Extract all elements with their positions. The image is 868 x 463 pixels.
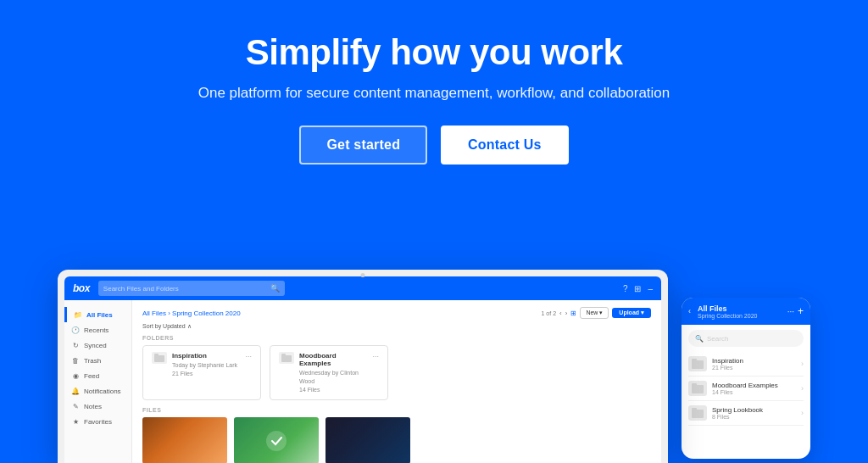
- notifications-icon: 🔔: [71, 387, 80, 395]
- svg-rect-0: [154, 355, 164, 362]
- phone-folder-meta-3: 8 Files: [712, 414, 763, 420]
- sidebar-item-feed[interactable]: ◉ Feed: [64, 368, 131, 383]
- svg-rect-9: [692, 410, 704, 418]
- phone-folder-name-3: Spring Lookbook: [712, 406, 763, 414]
- file-thumbnail-1[interactable]: [142, 417, 227, 463]
- phone-folder-icon-1: [688, 356, 707, 371]
- phone-topbar: ‹ All Files Spring Collection 2020 ··· +: [682, 298, 810, 325]
- svg-rect-6: [692, 359, 697, 361]
- phone-folder-more-2[interactable]: ›: [801, 384, 804, 393]
- phone-folder-item-3[interactable]: Spring Lookbook 8 Files ›: [688, 401, 804, 426]
- box-main: 📁 All Files 🕐 Recents ↻ Synced 🗑: [64, 300, 661, 463]
- upload-button[interactable]: Upload ▾: [612, 308, 651, 318]
- sidebar-item-synced[interactable]: ↻ Synced: [64, 337, 131, 353]
- folders-row: Inspiration Today by Stephanie Lark 21 F…: [142, 345, 651, 400]
- trash-icon: 🗑: [71, 356, 80, 365]
- svg-rect-7: [692, 385, 704, 393]
- breadcrumb-bar: All Files › Spring Collection 2020 1 of …: [142, 307, 651, 319]
- sidebar-item-notifications[interactable]: 🔔 Notifications: [64, 383, 131, 399]
- svg-rect-2: [281, 355, 292, 362]
- svg-point-4: [266, 431, 287, 451]
- svg-rect-10: [692, 408, 697, 410]
- svg-rect-5: [692, 360, 704, 369]
- hero-subtitle: One platform for secure content manageme…: [198, 85, 670, 102]
- breadcrumb-text: All Files › Spring Collection 2020: [142, 310, 241, 317]
- sort-bar: Sort by Updated ∧: [142, 323, 651, 330]
- box-content: All Files › Spring Collection 2020 1 of …: [132, 300, 661, 463]
- folder-info-moodboard: Moodboard Examples Wednesday by Clinton …: [299, 352, 367, 393]
- folder-meta-line1: Wednesday by Clinton Wood: [299, 369, 367, 386]
- folders-section-label: FOLDERS: [142, 335, 651, 341]
- phone-folder-item-1[interactable]: Inspiration 21 Files ›: [688, 352, 804, 377]
- sidebar-item-favorites[interactable]: ★ Favorites: [64, 414, 131, 429]
- hero-title: Simplify how you work: [246, 32, 623, 73]
- preview-container: box Search Files and Folders 🔍 ? ⊞ –: [0, 270, 868, 463]
- folder-meta-line2: 14 Files: [299, 386, 367, 394]
- sidebar-item-all-files[interactable]: 📁 All Files: [64, 307, 131, 322]
- phone-plus-icon[interactable]: +: [798, 305, 804, 317]
- folder-name: Moodboard Examples: [299, 352, 367, 367]
- folder-meta-line1: Today by Stephanie Lark: [172, 361, 240, 370]
- phone-search-placeholder: Search: [707, 335, 728, 343]
- phone-folder-details-3: Spring Lookbook 8 Files: [712, 406, 763, 420]
- phone-collection-label: Spring Collection 2020: [698, 313, 781, 319]
- file-thumbnail-2[interactable]: [234, 417, 319, 463]
- laptop-screen: box Search Files and Folders 🔍 ? ⊞ –: [64, 276, 661, 463]
- box-search-placeholder: Search Files and Folders: [103, 285, 270, 293]
- sidebar-item-notes[interactable]: ✎ Notes: [64, 399, 131, 414]
- phone-content: Inspiration 21 Files › Moodboard Example…: [682, 352, 810, 426]
- sidebar-item-recents[interactable]: 🕐 Recents: [64, 322, 131, 337]
- help-icon[interactable]: ?: [623, 284, 628, 293]
- box-search-bar[interactable]: Search Files and Folders 🔍: [98, 281, 285, 296]
- notes-icon: ✎: [71, 402, 80, 410]
- box-topbar-right: ? ⊞ –: [623, 284, 653, 293]
- phone-folder-more-3[interactable]: ›: [801, 409, 804, 417]
- next-icon[interactable]: ›: [565, 310, 568, 317]
- phone-folder-icon-3: [688, 405, 707, 421]
- get-started-button[interactable]: Get started: [299, 126, 427, 165]
- breadcrumb: All Files › Spring Collection 2020: [142, 310, 241, 317]
- folder-more-icon[interactable]: ···: [245, 352, 252, 360]
- phone-more-icon[interactable]: ···: [787, 307, 794, 316]
- folder-more-icon[interactable]: ···: [372, 352, 379, 360]
- synced-icon: ↻: [71, 341, 80, 349]
- laptop-mockup: box Search Files and Folders 🔍 ? ⊞ –: [58, 270, 668, 463]
- minimize-icon[interactable]: –: [648, 284, 653, 293]
- phone-search-icon: 🔍: [695, 335, 704, 343]
- phone-folder-item-2[interactable]: Moodboard Examples 14 Files ›: [688, 377, 804, 401]
- phone-folder-name-2: Moodboard Examples: [712, 382, 778, 389]
- favorites-icon: ★: [71, 417, 80, 426]
- new-button[interactable]: New ▾: [580, 307, 609, 319]
- search-icon: 🔍: [270, 284, 280, 293]
- phone-folder-icon-2: [688, 381, 707, 396]
- feed-icon: ◉: [71, 371, 80, 380]
- sidebar-item-trash[interactable]: 🗑 Trash: [64, 353, 131, 368]
- phone-folder-label: All Files: [698, 304, 781, 313]
- view-toggle-icon[interactable]: ⊞: [570, 310, 576, 317]
- phone-folder-more-1[interactable]: ›: [801, 360, 804, 368]
- breadcrumb-right: 1 of 2 ‹ › ⊞ New ▾ Upload ▾: [542, 307, 651, 319]
- phone-back-icon[interactable]: ‹: [688, 307, 691, 315]
- files-section: [142, 417, 651, 463]
- laptop-camera: [361, 273, 365, 277]
- cta-buttons: Get started Contact Us: [299, 126, 568, 165]
- files-section-label: FILES: [142, 407, 651, 413]
- box-logo: box: [73, 282, 90, 294]
- sort-label[interactable]: Sort by Updated ∧: [142, 323, 192, 330]
- box-sidebar: 📁 All Files 🕐 Recents ↻ Synced 🗑: [64, 300, 132, 463]
- layout-icon[interactable]: ⊞: [634, 284, 641, 293]
- phone-search-bar[interactable]: 🔍 Search: [688, 330, 804, 347]
- folder-icon-inspiration: [152, 352, 167, 364]
- prev-icon[interactable]: ‹: [559, 310, 562, 317]
- file-thumbnail-3[interactable]: [326, 417, 410, 463]
- box-topbar: box Search Files and Folders 🔍 ? ⊞ –: [64, 276, 661, 300]
- folder-card-moodboard[interactable]: Moodboard Examples Wednesday by Clinton …: [270, 345, 388, 400]
- recents-icon: 🕐: [71, 326, 80, 334]
- phone-folder-meta-1: 21 Files: [712, 365, 743, 371]
- page-info: 1 of 2: [542, 310, 557, 316]
- svg-rect-1: [154, 354, 159, 356]
- svg-rect-3: [281, 354, 286, 356]
- folder-card-inspiration[interactable]: Inspiration Today by Stephanie Lark 21 F…: [142, 345, 261, 400]
- all-files-icon: 📁: [74, 310, 82, 319]
- contact-us-button[interactable]: Contact Us: [441, 126, 568, 165]
